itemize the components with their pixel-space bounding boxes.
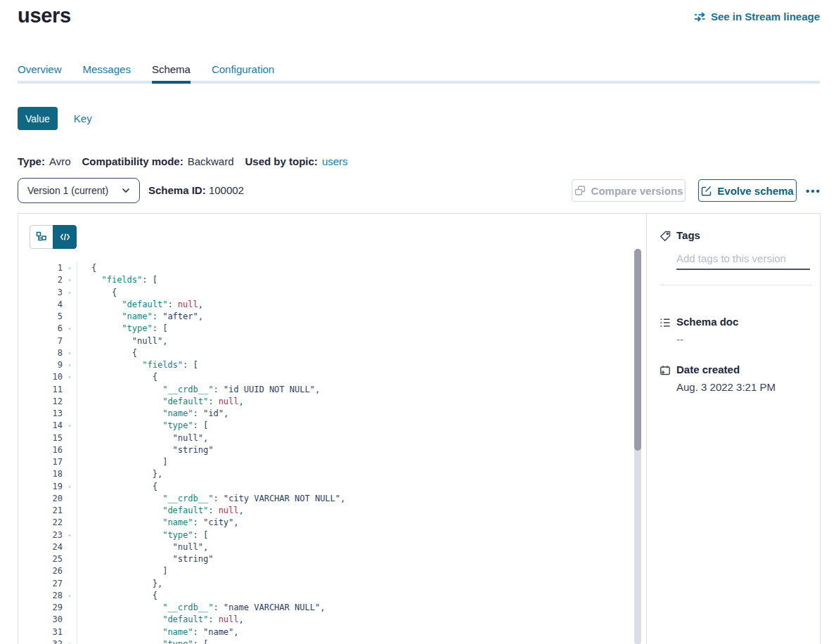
fold-toggle-icon[interactable]: ▾ (63, 420, 77, 432)
fold-gutter (63, 432, 77, 444)
editor-scrollbar-thumb[interactable] (634, 249, 641, 451)
schema-panel: 1▾{2▾ "fields": [3▾ {4 "default": null,5… (18, 213, 821, 644)
line-number: 16 (18, 444, 63, 456)
code-text: ] (77, 565, 167, 577)
fold-gutter (63, 444, 77, 456)
code-text: "null", (77, 335, 167, 347)
line-number: 24 (18, 541, 63, 553)
fold-toggle-icon[interactable]: ▾ (63, 323, 77, 335)
code-text: "name": "name", (77, 626, 239, 638)
code-text: { (77, 590, 157, 602)
fold-toggle-icon[interactable]: ▾ (63, 371, 77, 383)
code-view-icon (60, 233, 70, 241)
evolve-schema-button[interactable]: Evolve schema (698, 179, 797, 202)
tree-view-button[interactable] (30, 225, 53, 249)
fold-gutter (63, 578, 77, 590)
line-number: 23 (18, 529, 63, 541)
code-line: 1▾{ (18, 262, 634, 274)
fold-toggle-icon[interactable]: ▾ (63, 481, 77, 493)
code-line: 8▾ { (18, 347, 634, 359)
schema-id-value: 100002 (209, 184, 244, 196)
calendar-add-icon (660, 365, 671, 376)
line-number: 13 (18, 408, 63, 420)
line-number: 32 (18, 638, 63, 644)
tags-input[interactable] (676, 250, 810, 270)
code-line: 20 "__crdb__": "city VARCHAR NOT NULL", (18, 493, 634, 505)
fold-toggle-icon[interactable]: ▾ (63, 347, 77, 359)
topic-link[interactable]: users (322, 155, 348, 167)
key-toggle-button[interactable]: Key (74, 112, 92, 124)
tags-heading: Tags (676, 229, 700, 241)
code-line: 24 "null", (18, 541, 634, 553)
version-select-value: Version 1 (current) (27, 185, 122, 196)
line-number: 21 (18, 505, 63, 517)
chevron-down-icon (122, 188, 130, 193)
compatibility-value: Backward (188, 155, 234, 167)
code-text: "name": "city", (77, 517, 239, 529)
schema-sidebar: Tags Schema doc -- (646, 214, 821, 644)
line-number: 30 (18, 614, 63, 626)
fold-toggle-icon[interactable]: ▾ (63, 262, 77, 274)
line-number: 20 (18, 493, 63, 505)
fold-toggle-icon[interactable]: ▾ (63, 590, 77, 602)
fold-toggle-icon[interactable]: ▾ (63, 638, 77, 644)
schema-meta-row: Type: Avro Compatibility mode: Backward … (18, 155, 348, 167)
fold-gutter (63, 602, 77, 614)
code-text: "name": "after", (77, 311, 203, 323)
code-text: "default": null, (77, 505, 244, 517)
fold-toggle-icon[interactable]: ▾ (63, 287, 77, 299)
line-number: 3 (18, 287, 63, 299)
code-line: 32▾ "type": [ (18, 638, 634, 644)
code-line: 28▾ { (18, 590, 634, 602)
code-text: "type": [ (77, 420, 208, 432)
code-text: "type": [ (77, 323, 167, 335)
code-text: "__crdb__": "id UUID NOT NULL", (77, 384, 320, 396)
stream-lineage-link[interactable]: See in Stream lineage (694, 11, 820, 22)
line-number: 17 (18, 456, 63, 468)
fold-gutter (63, 396, 77, 408)
code-line: 21 "default": null, (18, 505, 634, 517)
code-text: "fields": [ (77, 359, 198, 371)
code-line: 30 "default": null, (18, 614, 634, 626)
line-number: 14 (18, 420, 63, 432)
code-text: "fields": [ (77, 274, 157, 286)
code-line: 5 "name": "after", (18, 311, 634, 323)
fold-gutter (63, 311, 77, 323)
more-actions-button[interactable]: ••• (806, 179, 821, 202)
fold-toggle-icon[interactable]: ▾ (63, 274, 77, 286)
fold-gutter (63, 505, 77, 517)
code-text: ] (77, 456, 167, 468)
line-number: 28 (18, 590, 63, 602)
code-text: { (77, 371, 157, 383)
tab-underline-track (18, 81, 820, 84)
version-select[interactable]: Version 1 (current) (18, 178, 140, 203)
line-number: 22 (18, 517, 63, 529)
code-view-button[interactable] (53, 225, 77, 249)
code-line: 2▾ "fields": [ (18, 274, 634, 286)
line-number: 19 (18, 481, 63, 493)
stream-lineage-icon (694, 12, 706, 22)
stream-lineage-label: See in Stream lineage (711, 11, 820, 22)
code-line: 13 "name": "id", (18, 408, 634, 420)
line-number: 12 (18, 396, 63, 408)
code-line: 7 "null", (18, 335, 634, 347)
code-text: { (77, 481, 157, 493)
schema-doc-heading: Schema doc (676, 316, 738, 328)
code-line: 23▾ "type": [ (18, 529, 634, 541)
schema-page: users See in Stream lineage OverviewMess… (0, 0, 836, 644)
fold-gutter (63, 408, 77, 420)
compatibility-label: Compatibility mode: (82, 155, 183, 167)
value-toggle-button[interactable]: Value (18, 107, 58, 130)
editor-scrollbar-track[interactable] (634, 249, 641, 644)
code-text: { (77, 347, 137, 359)
fold-toggle-icon[interactable]: ▾ (63, 529, 77, 541)
code-line: 14▾ "type": [ (18, 420, 634, 432)
code-line: 29 "__crdb__": "name VARCHAR NULL", (18, 602, 634, 614)
code-line: 3▾ { (18, 287, 634, 299)
fold-toggle-icon[interactable]: ▾ (63, 359, 77, 371)
code-text: "default": null, (77, 396, 244, 408)
compare-versions-button[interactable]: Compare versions (572, 179, 686, 202)
line-number: 26 (18, 565, 63, 577)
schema-id-label: Schema ID: (148, 184, 206, 196)
line-number: 2 (18, 274, 63, 286)
